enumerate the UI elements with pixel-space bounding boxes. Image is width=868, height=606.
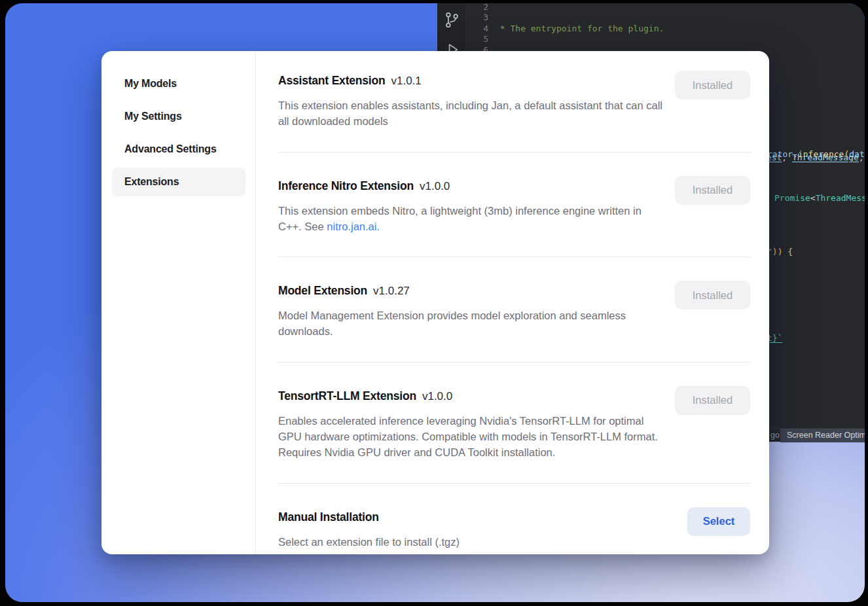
extension-item-model: Model Extensionv1.0.27 Model Management … (278, 281, 750, 340)
hero-background: 2 3 4 5 6 * The entrypoint for the plugi… (5, 3, 865, 602)
extension-version: v1.0.1 (391, 75, 421, 87)
divider (278, 362, 750, 363)
extension-item-tensorrt-llm: TensortRT-LLM Extensionv1.0.0 Enables ac… (278, 386, 750, 461)
manual-installation-title: Manual Installation (278, 510, 379, 524)
divider (278, 152, 750, 152)
installed-button[interactable]: Installed (675, 386, 750, 415)
installed-button[interactable]: Installed (675, 281, 750, 310)
manual-installation-description: Select an extension file to install (.tg… (278, 534, 460, 550)
extension-version: v1.0.27 (373, 285, 410, 297)
code-fragment: rator.inference(data)); (767, 149, 865, 159)
extension-description: Model Management Extension provides mode… (278, 308, 663, 340)
code-fragment: Promise<ThreadMessage> (774, 193, 865, 203)
installed-button[interactable]: Installed (675, 71, 750, 99)
extension-name: TensortRT-LLM Extension (278, 389, 416, 402)
extension-name: Assistant Extension (278, 74, 385, 87)
select-file-button[interactable]: Select (687, 507, 750, 536)
sidebar-item-my-settings[interactable]: My Settings (112, 102, 245, 131)
extension-description: This extension enables assistants, inclu… (278, 98, 663, 130)
source-control-icon (443, 11, 461, 29)
divider (278, 257, 750, 257)
extension-version: v1.0.0 (420, 180, 450, 192)
extension-description: This extension embeds Nitro, a lightweig… (278, 203, 663, 235)
extension-item-inference-nitro: Inference Nitro Extensionv1.0.0 This ext… (278, 176, 750, 235)
extensions-panel: Assistant Extensionv1.0.1 This extension… (256, 51, 769, 554)
installed-button[interactable]: Installed (675, 176, 750, 205)
editor-line-numbers: 2 3 4 5 6 (466, 3, 488, 56)
code-line: * The entrypoint for the plugin. (495, 24, 865, 34)
extension-name: Inference Nitro Extension (278, 179, 414, 192)
extension-version: v1.0.0 (422, 390, 452, 402)
screen-reader-optimized-segment: Screen Reader Optimized (780, 429, 865, 442)
extension-name: Model Extension (278, 284, 367, 297)
sidebar-item-advanced-settings[interactable]: Advanced Settings (112, 135, 245, 164)
extension-item-assistant: Assistant Extensionv1.0.1 This extension… (278, 71, 750, 130)
extension-description: Enables accelerated inference leveraging… (278, 413, 663, 461)
sidebar-item-my-models[interactable]: My Models (112, 69, 245, 98)
code-fragment: ")) { (767, 247, 793, 257)
settings-modal: My Models My Settings Advanced Settings … (101, 51, 769, 554)
settings-sidebar: My Models My Settings Advanced Settings … (101, 51, 256, 554)
nitro-jan-ai-link[interactable]: nitro.jan.ai. (327, 221, 380, 232)
manual-installation-item: Manual Installation Select an extension … (278, 507, 750, 550)
sidebar-item-extensions[interactable]: Extensions (112, 168, 245, 196)
status-bar-text: go (770, 429, 780, 442)
code-fragment: t}` (767, 333, 782, 343)
divider (278, 483, 750, 484)
